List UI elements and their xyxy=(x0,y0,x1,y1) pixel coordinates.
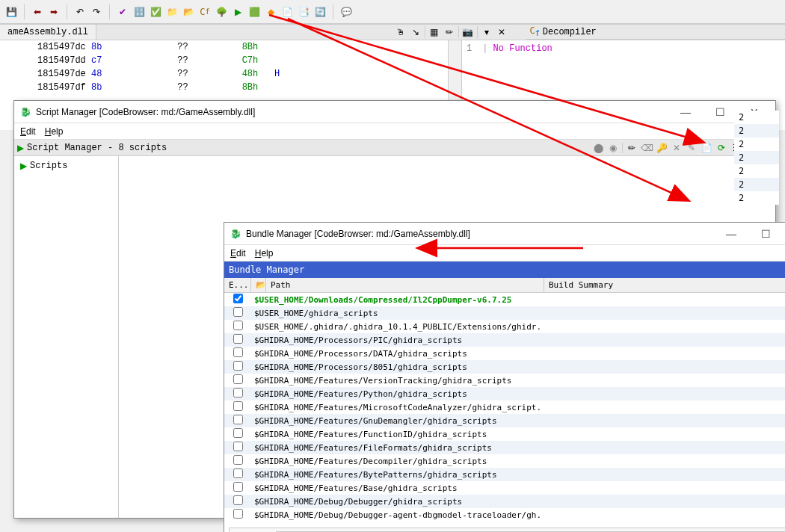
enable-checkbox[interactable] xyxy=(233,334,243,344)
bundle-table-head: E... 📂 Path Build Summary xyxy=(224,278,785,293)
listing-row[interactable]: 1815497dd c7 ?? C7h xyxy=(0,54,448,67)
maximize-button[interactable]: ☐ xyxy=(751,228,781,240)
table-row[interactable]: $GHIDRA_HOME/Processors/PIC/ghidra_scrip… xyxy=(224,333,785,347)
diamond-icon[interactable]: ◆ xyxy=(264,5,277,19)
copy-icon[interactable]: 📑 xyxy=(297,5,310,19)
enable-checkbox[interactable] xyxy=(233,361,243,371)
minimize-button[interactable]: — xyxy=(716,228,746,240)
script-new-icon[interactable]: 📄 xyxy=(701,142,712,154)
listing-row[interactable]: 1815497df 8b ?? 8Bh xyxy=(0,81,448,94)
path-cell: $GHIDRA_HOME/Features/GnuDemangler/ghidr… xyxy=(251,416,785,426)
minimize-button[interactable]: — xyxy=(671,106,701,118)
undo-icon[interactable]: ↶ xyxy=(73,5,87,19)
runbp-icon[interactable]: 🟩 xyxy=(247,5,261,19)
enable-checkbox[interactable] xyxy=(233,388,243,398)
table-row[interactable]: $GHIDRA_HOME/Features/GnuDemangler/ghidr… xyxy=(224,414,785,427)
table-row[interactable]: $GHIDRA_HOME/Features/Python/ghidra_scri… xyxy=(224,387,785,400)
enable-checkbox[interactable] xyxy=(233,442,243,451)
run-icon: ▶ xyxy=(20,161,27,171)
enable-checkbox[interactable] xyxy=(233,321,243,330)
col-enable[interactable]: E... xyxy=(224,278,251,292)
circle1-icon[interactable]: ⬤ xyxy=(592,142,604,154)
table-row[interactable]: $USER_HOME/Downloads/Compressed/Il2CppDu… xyxy=(224,293,785,306)
path-cell: $GHIDRA_HOME/Features/FileFormats/ghidra… xyxy=(251,443,785,453)
table-row[interactable]: $GHIDRA_HOME/Debug/Debugger-agent-dbgmod… xyxy=(224,508,785,522)
listing-row[interactable]: 1815497de 48 ?? 48h H xyxy=(0,67,448,81)
menu-help[interactable]: Help xyxy=(255,248,274,259)
table-row[interactable]: $GHIDRA_HOME/Features/BytePatterns/ghidr… xyxy=(224,468,785,481)
table-row[interactable]: $GHIDRA_HOME/Debug/Debugger/ghidra_scrip… xyxy=(224,495,785,508)
list-item: 2 xyxy=(734,124,779,137)
table-row[interactable]: $GHIDRA_HOME/Features/Decompiler/ghidra_… xyxy=(224,454,785,468)
table-row[interactable]: $GHIDRA_HOME/Processors/DATA/ghidra_scri… xyxy=(224,347,785,360)
refresh-icon[interactable]: 🔄 xyxy=(313,5,327,19)
menu-edit[interactable]: Edit xyxy=(20,126,36,137)
import-icon[interactable]: ✅ xyxy=(149,5,162,19)
dropdown-icon[interactable]: ▾ xyxy=(481,26,493,38)
tree-icon[interactable]: 🌳 xyxy=(215,5,228,19)
list-item: 2 xyxy=(734,111,779,124)
hl-icon[interactable]: ✏ xyxy=(443,26,455,38)
eraser-icon[interactable]: ⌫ xyxy=(641,142,653,154)
table-row[interactable]: $GHIDRA_HOME/Features/FunctionID/ghidra_… xyxy=(224,427,785,441)
menu-help[interactable]: Help xyxy=(45,126,64,137)
script-manager-window: 🐉 Script Manager [CodeBrowser: md:/GameA… xyxy=(13,100,776,519)
grid-icon[interactable]: ▦ xyxy=(428,26,440,38)
cf-icon: Cf xyxy=(530,25,540,37)
folder2-icon[interactable]: 📂 xyxy=(182,5,195,19)
run-icon[interactable]: ▶ xyxy=(17,143,24,153)
refresh-icon[interactable]: ⟳ xyxy=(715,142,727,154)
table-row[interactable]: $GHIDRA_HOME/Features/VersionTracking/gh… xyxy=(224,374,785,387)
enable-checkbox[interactable] xyxy=(233,495,243,505)
rename-icon[interactable]: ✎ xyxy=(686,142,698,154)
enable-checkbox[interactable] xyxy=(233,482,243,492)
check-icon[interactable]: ✔ xyxy=(116,5,129,19)
goto-icon[interactable]: ↘ xyxy=(410,26,422,38)
x-icon[interactable]: ✕ xyxy=(671,142,683,154)
enable-checkbox[interactable] xyxy=(233,374,243,384)
table-row[interactable]: $USER_HOME/.ghidra/.ghidra_10.1.4_PUBLIC… xyxy=(224,320,785,333)
no-function-label: No Function xyxy=(493,43,552,54)
cf-icon[interactable]: Cf xyxy=(198,5,212,19)
listing-tab[interactable]: ameAssembly.dll xyxy=(0,25,96,40)
enable-checkbox[interactable] xyxy=(233,307,243,317)
cursor-icon[interactable]: 🖱 xyxy=(395,26,407,38)
back-icon[interactable]: ⬅ xyxy=(31,5,44,19)
enable-checkbox[interactable] xyxy=(233,415,243,424)
bytes-icon[interactable]: 🔢 xyxy=(132,5,146,19)
enable-checkbox[interactable] xyxy=(233,401,243,411)
edit-icon[interactable]: ✏ xyxy=(626,142,638,154)
run-icon[interactable]: ▶ xyxy=(231,5,244,19)
menu-edit[interactable]: Edit xyxy=(230,248,246,259)
list-icon[interactable]: 📄 xyxy=(280,5,294,19)
table-row[interactable]: $GHIDRA_HOME/Features/FileFormats/ghidra… xyxy=(224,441,785,454)
save-icon[interactable]: 💾 xyxy=(4,5,18,19)
table-row[interactable]: $USER_HOME/ghidra_scripts xyxy=(224,306,785,320)
bundle-mgr-titlebar[interactable]: 🐉 Bundle Manager [CodeBrowser: md:/GameA… xyxy=(224,223,785,245)
tree-root[interactable]: ▶ Scripts xyxy=(17,159,115,173)
folder-icon[interactable]: 📁 xyxy=(165,5,179,19)
table-row[interactable]: $GHIDRA_HOME/Features/Base/ghidra_script… xyxy=(224,481,785,495)
close-icon[interactable]: ✕ xyxy=(496,26,508,38)
table-row[interactable]: $GHIDRA_HOME/Processors/8051/ghidra_scri… xyxy=(224,360,785,374)
maximize-button[interactable]: ☐ xyxy=(705,106,735,118)
col-summary[interactable]: Build Summary xyxy=(544,278,785,292)
camera-icon[interactable]: 📷 xyxy=(462,26,474,38)
circle2-icon[interactable]: ◉ xyxy=(607,142,619,154)
listing-row[interactable]: 1815497dc 8b ?? 8Bh xyxy=(0,40,448,54)
table-row[interactable]: $GHIDRA_HOME/Features/MicrosoftCodeAnaly… xyxy=(224,400,785,414)
enable-checkbox[interactable] xyxy=(233,468,243,478)
enable-checkbox[interactable] xyxy=(233,509,243,519)
col-path[interactable]: Path xyxy=(266,278,544,292)
col-icon[interactable]: 📂 xyxy=(251,278,266,292)
script-tree[interactable]: ▶ Scripts xyxy=(14,156,119,518)
redo-icon[interactable]: ↷ xyxy=(90,5,103,19)
enable-checkbox[interactable] xyxy=(233,455,243,465)
enable-checkbox[interactable] xyxy=(233,294,243,303)
fwd-icon[interactable]: ➡ xyxy=(47,5,61,19)
chat-icon[interactable]: 💬 xyxy=(339,5,353,19)
enable-checkbox[interactable] xyxy=(233,347,243,357)
script-mgr-titlebar[interactable]: 🐉 Script Manager [CodeBrowser: md:/GameA… xyxy=(14,101,775,123)
enable-checkbox[interactable] xyxy=(233,428,243,438)
key-icon[interactable]: 🔑 xyxy=(656,142,668,154)
